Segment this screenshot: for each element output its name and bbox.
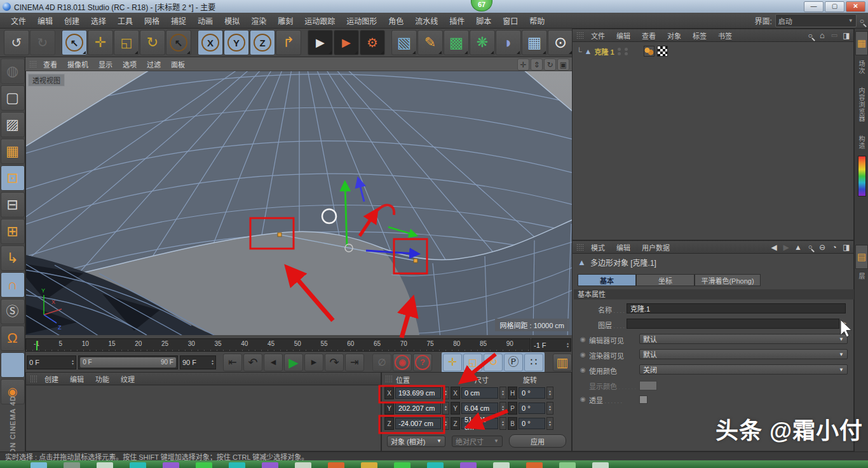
menu-item-13[interactable]: 角色	[383, 15, 409, 26]
taskbar-app-icon[interactable]	[295, 462, 311, 468]
menu-item-16[interactable]: 脚本	[470, 15, 497, 26]
render-visibility-dots[interactable]	[624, 47, 628, 56]
stepper-icon[interactable]: ▴▾	[546, 402, 553, 415]
rot-p-field[interactable]: 0 °	[519, 403, 545, 414]
menu-item-12[interactable]: 运动图形	[341, 15, 383, 26]
menu-item-3[interactable]: 选择	[85, 15, 112, 26]
deformer-icon[interactable]: ◗	[496, 30, 521, 55]
live-selection-icon[interactable]: ↖	[62, 30, 87, 55]
taskbar-app-icon[interactable]	[592, 462, 609, 468]
material-menu-item-0[interactable]: 创建	[39, 374, 64, 384]
stepper-icon[interactable]: ▴▾	[442, 417, 449, 430]
render-view-icon[interactable]: ▶	[308, 30, 333, 55]
taskbar-app-icon[interactable]	[460, 462, 477, 468]
stepper-icon[interactable]: ▴▾	[546, 387, 553, 399]
am-up-icon[interactable]: ▲	[793, 242, 803, 252]
texture-tag-icon[interactable]	[657, 46, 668, 57]
polygons-mode-icon[interactable]: ⊞	[1, 219, 25, 244]
menu-item-1[interactable]: 编辑	[32, 15, 58, 26]
record-active-icon[interactable]: ◉	[393, 354, 412, 371]
magnet-snap-icon[interactable]: Ω	[1, 326, 25, 351]
model-mode-icon[interactable]: ▢	[1, 85, 25, 111]
end-frame-field[interactable]: 90 F ▴▾	[180, 355, 216, 369]
lock-workplane-icon[interactable]: ▦	[1, 352, 25, 378]
layer-field[interactable]	[627, 319, 839, 329]
stepper-icon[interactable]: ▴▾	[499, 402, 506, 415]
primitive-cube-icon[interactable]: ▧	[391, 30, 417, 55]
menu-item-18[interactable]: 帮助	[524, 15, 550, 26]
apply-button[interactable]: 应用	[509, 434, 566, 448]
next-frame-icon[interactable]: ▶	[304, 354, 323, 371]
om-panel-icon[interactable]: ◨	[841, 31, 851, 40]
dock-tab-structure[interactable]: 构造	[857, 135, 866, 149]
taskbar-app-icon[interactable]	[64, 462, 80, 468]
menu-item-2[interactable]: 创建	[58, 15, 85, 26]
next-key-icon[interactable]: ↷	[325, 354, 344, 371]
viewport-menu-item-3[interactable]: 选项	[118, 59, 142, 69]
stepper-icon[interactable]: ▴▾	[567, 342, 569, 348]
record-help-icon[interactable]: ?	[413, 354, 432, 371]
object-menu-item-1[interactable]: 编辑	[611, 31, 636, 41]
object-tree-row[interactable]: └ ▲ 克隆 1	[576, 46, 668, 57]
object-menu-item-3[interactable]: 对象	[661, 31, 687, 41]
viewport-menu-item-4[interactable]: 过滤	[142, 59, 166, 69]
render-settings-icon[interactable]: ⚙	[360, 30, 385, 55]
size-z-field[interactable]: 51.601 cm	[461, 418, 498, 429]
taskbar-app-icon[interactable]	[427, 462, 444, 468]
axis-mode-icon[interactable]: ↳	[1, 245, 25, 271]
spline-pen-icon[interactable]: ✎	[417, 30, 443, 55]
viewport-solo-icon[interactable]: ∩	[1, 272, 25, 298]
camera-icon[interactable]: ⊙	[548, 30, 573, 55]
edges-mode-icon[interactable]: ⊟	[1, 192, 25, 217]
dock-tab-layers[interactable]: 层	[857, 273, 866, 280]
am-history-icon[interactable]: ◔	[829, 242, 839, 252]
render-region-icon[interactable]: ▶	[334, 30, 359, 55]
points-mode-icon[interactable]: ⊡	[1, 165, 25, 191]
viewport-menu-item-0[interactable]: 查看	[38, 59, 62, 69]
taskbar-app-icon[interactable]	[361, 462, 377, 468]
pos-y-field[interactable]: 202.207 cm	[395, 403, 441, 414]
object-menu-item-4[interactable]: 标签	[687, 31, 712, 41]
om-home-icon[interactable]: ⌂	[817, 31, 827, 40]
object-name[interactable]: 克隆 1	[594, 46, 614, 57]
xray-checkbox[interactable]	[639, 396, 648, 404]
coord-mode-dropdown[interactable]: 对象 (相对) ▼	[387, 436, 445, 447]
stepper-icon[interactable]: ▴▾	[499, 387, 506, 399]
current-frame-field[interactable]: -1 F ▴▾	[531, 338, 571, 352]
menu-item-10[interactable]: 雕刻	[272, 15, 299, 26]
taskbar-app-icon[interactable]	[229, 462, 245, 468]
make-editable-icon[interactable]: ◍	[1, 59, 25, 84]
tab-coordinates[interactable]: 坐标	[636, 274, 695, 286]
taskbar-app-icon[interactable]	[493, 462, 510, 468]
interface-search-icon[interactable]: ○	[860, 17, 864, 25]
goto-start-icon[interactable]: ⇤	[223, 354, 242, 371]
editor-visibility-dropdown[interactable]: 默认 ▼	[639, 334, 848, 344]
last-tool-icon[interactable]: ↖	[166, 30, 191, 55]
dock-tab-objects[interactable]: ▦	[855, 31, 868, 55]
material-menu-item-3[interactable]: 纹理	[115, 374, 140, 384]
stepper-icon[interactable]: ▴▾	[72, 359, 74, 366]
taskbar-app-icon[interactable]	[559, 462, 576, 468]
prev-frame-icon[interactable]: ◀	[264, 354, 283, 371]
renderer-visibility-dropdown[interactable]: 默认 ▼	[639, 349, 848, 359]
menu-item-15[interactable]: 插件	[444, 15, 470, 26]
panel-grip[interactable]	[29, 60, 37, 68]
stepper-icon[interactable]: ▴▾	[546, 417, 553, 430]
restore-button[interactable]: ▢	[825, 1, 844, 12]
prev-key-icon[interactable]: ↶	[243, 354, 262, 371]
taskbar-app-icon[interactable]	[262, 462, 278, 468]
stepper-icon[interactable]: ▴▾	[499, 417, 506, 430]
am-back-icon[interactable]: ◀	[769, 242, 779, 252]
record-key-icon[interactable]: ∅	[372, 354, 391, 371]
workplane-mode-icon[interactable]: ▦	[1, 139, 25, 164]
play-icon[interactable]: ▶	[284, 354, 303, 371]
taskbar-app-icon[interactable]	[163, 462, 179, 468]
phong-tag-icon[interactable]	[644, 46, 654, 57]
close-button[interactable]: ✕	[846, 1, 865, 12]
autokey-icon[interactable]: ▥	[553, 354, 572, 371]
scale-tool-icon[interactable]: ◱	[114, 30, 139, 55]
start-frame-field[interactable]: 0 F ▴▾	[27, 355, 76, 369]
menu-item-6[interactable]: 捕捉	[165, 15, 192, 26]
menu-item-8[interactable]: 模拟	[219, 15, 245, 26]
menu-item-7[interactable]: 动画	[192, 15, 219, 26]
